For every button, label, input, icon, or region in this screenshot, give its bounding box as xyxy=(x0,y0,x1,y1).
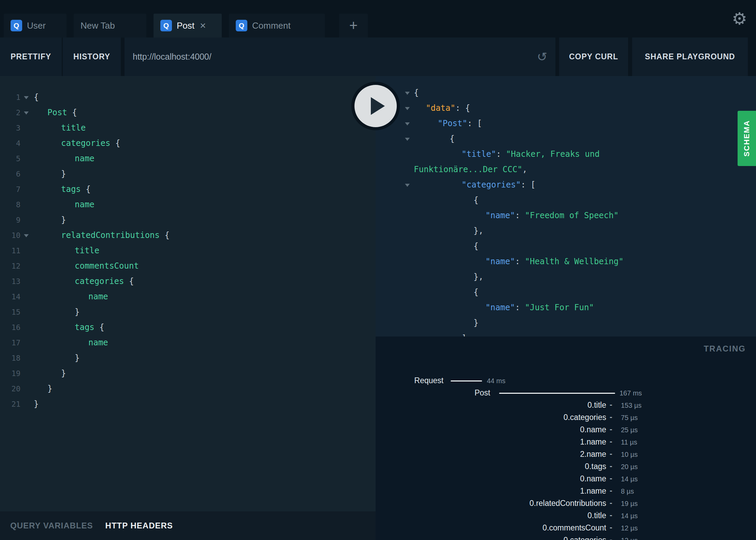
trace-label: Request xyxy=(376,376,444,385)
query-editor-pane[interactable]: 1{2Post {3title4categories {5name6}7tags… xyxy=(0,76,376,540)
response-line: { xyxy=(376,285,756,300)
tab-comment[interactable]: QComment xyxy=(229,14,325,38)
tracing-waterfall: Request44 msPost167 ms0.title-153 µs0.ca… xyxy=(376,375,756,540)
line-number: 16 xyxy=(0,320,20,335)
fold-caret-icon[interactable] xyxy=(24,96,29,99)
trace-time: 14 µs xyxy=(621,475,638,483)
execute-button[interactable] xyxy=(354,85,397,127)
trace-dash: - xyxy=(610,474,612,483)
query-line[interactable]: 18} xyxy=(0,350,376,366)
tab-new-tab[interactable]: New Tab xyxy=(74,14,146,38)
query-variables-tab[interactable]: QUERY VARIABLES xyxy=(10,521,93,530)
prettify-button[interactable]: PRETTIFY xyxy=(0,38,62,76)
trace-time: 19 µs xyxy=(621,500,638,508)
response-line: } xyxy=(376,315,756,331)
line-number: 21 xyxy=(0,396,20,412)
fold-caret-icon[interactable] xyxy=(405,184,410,187)
trace-row-0-commentsCount: 0.commentsCount-12 µs xyxy=(376,522,756,535)
response-line: { xyxy=(376,239,756,254)
settings-gear-icon[interactable]: ⚙ xyxy=(732,10,747,28)
http-headers-tab[interactable]: HTTP HEADERS xyxy=(105,521,173,530)
new-tab-button[interactable]: + xyxy=(339,14,368,38)
fold-caret-icon[interactable] xyxy=(405,92,410,95)
query-line[interactable]: 21} xyxy=(0,396,376,412)
line-number: 2 xyxy=(0,105,20,120)
endpoint-url-input[interactable] xyxy=(133,52,531,62)
code-text: title xyxy=(75,243,99,258)
toolbar: PRETTIFY HISTORY ↺ COPY CURL SHARE PLAYG… xyxy=(0,38,756,76)
query-line[interactable]: 13categories { xyxy=(0,274,376,289)
fold-caret-icon[interactable] xyxy=(24,111,29,115)
tracing-panel: TRACING Request44 msPost167 ms0.title-15… xyxy=(376,336,756,540)
query-line[interactable]: 17name xyxy=(0,335,376,350)
trace-time: 75 µs xyxy=(621,414,638,422)
query-line[interactable]: 7tags { xyxy=(0,182,376,197)
code-text: } xyxy=(75,304,79,320)
query-line[interactable]: 4categories { xyxy=(0,136,376,151)
code-text: commentsCount xyxy=(75,258,139,274)
code-text: name xyxy=(75,197,94,212)
trace-dash: - xyxy=(610,400,612,409)
response-line: Funktionäre...Der CCC", xyxy=(376,162,756,177)
tab-label: New Tab xyxy=(81,20,115,31)
query-line[interactable]: 5name xyxy=(0,151,376,166)
fold-caret-icon[interactable] xyxy=(405,138,410,141)
trace-time: 167 ms xyxy=(620,389,642,397)
code-text: } xyxy=(61,212,66,228)
query-line[interactable]: 3title xyxy=(0,120,376,136)
code-text: categories { xyxy=(75,274,134,289)
reload-icon[interactable]: ↺ xyxy=(537,50,547,64)
query-line[interactable]: 12commentsCount xyxy=(0,258,376,274)
trace-dash: - xyxy=(610,511,612,520)
schema-tab-button[interactable]: SCHEMA xyxy=(738,111,756,166)
trace-dash: - xyxy=(610,425,612,434)
copy-curl-button[interactable]: COPY CURL xyxy=(559,38,628,76)
history-button[interactable]: HISTORY xyxy=(63,38,121,76)
trace-time: 153 µs xyxy=(621,402,641,409)
trace-row-0-name: 0.name-14 µs xyxy=(376,473,756,485)
line-number: 17 xyxy=(0,335,20,350)
query-line[interactable]: 10relatedContributions { xyxy=(0,228,376,243)
query-line[interactable]: 16tags { xyxy=(0,320,376,335)
query-line[interactable]: 19} xyxy=(0,366,376,381)
line-number: 13 xyxy=(0,274,20,289)
code-text: } xyxy=(474,315,478,331)
close-tab-icon[interactable]: × xyxy=(200,20,206,31)
query-line[interactable]: 8name xyxy=(0,197,376,212)
query-line[interactable]: 15} xyxy=(0,304,376,320)
fold-caret-icon[interactable] xyxy=(405,107,410,110)
play-icon xyxy=(371,97,385,115)
trace-label: 2.name xyxy=(376,450,606,459)
line-number: 9 xyxy=(0,212,20,228)
tab-user[interactable]: QUser xyxy=(4,14,67,38)
trace-label: 0.title xyxy=(376,511,606,520)
fold-caret-icon[interactable] xyxy=(24,234,29,237)
response-line: "name": "Health & Wellbeing" xyxy=(376,254,756,269)
code-text: } xyxy=(61,366,66,381)
query-line[interactable]: 14name xyxy=(0,289,376,304)
code-text: "categories": [ xyxy=(462,177,536,193)
query-line[interactable]: 6} xyxy=(0,166,376,182)
query-line[interactable]: 1{ xyxy=(0,90,376,105)
line-number: 11 xyxy=(0,243,20,258)
trace-label: 1.name xyxy=(376,437,606,447)
trace-label: 0.name xyxy=(376,474,606,483)
query-line[interactable]: 2Post { xyxy=(0,105,376,120)
query-line[interactable]: 11title xyxy=(0,243,376,258)
code-text: { xyxy=(450,131,454,147)
trace-label: 0.categories xyxy=(376,413,606,422)
endpoint-url-box: ↺ xyxy=(125,38,555,76)
share-playground-button[interactable]: SHARE PLAYGROUND xyxy=(632,38,748,76)
query-line[interactable]: 20} xyxy=(0,381,376,396)
query-line[interactable]: 9} xyxy=(0,212,376,228)
trace-label: 0.categories xyxy=(376,536,606,540)
line-number: 12 xyxy=(0,258,20,274)
code-text: } xyxy=(75,350,79,366)
trace-label: 0.relatedContributions xyxy=(376,499,606,508)
fold-caret-icon[interactable] xyxy=(405,122,410,125)
trace-row-2-name: 2.name-10 µs xyxy=(376,449,756,461)
tracing-toggle[interactable]: TRACING xyxy=(704,344,746,354)
code-text: ], xyxy=(462,331,471,336)
tab-post[interactable]: QPost× xyxy=(154,14,222,38)
line-number: 14 xyxy=(0,289,20,304)
